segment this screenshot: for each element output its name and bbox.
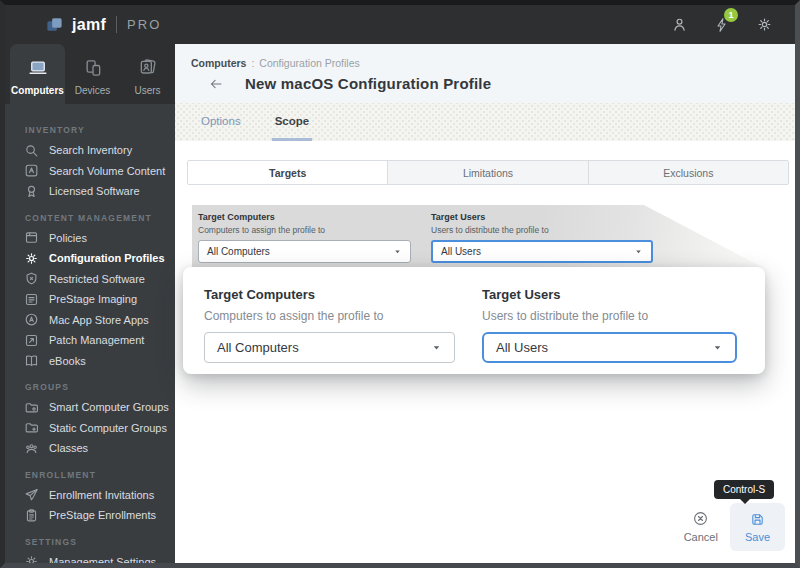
target-computers-field: Target Computers Computers to assign the… [204,287,455,363]
volume-content-icon [24,163,39,178]
item-label: Classes [49,442,88,454]
search-icon [24,143,39,158]
tab-users[interactable]: Users [120,44,175,104]
sidebar-item-management-settings[interactable]: Management Settings [5,552,175,568]
sidebar-item-enrollment-invitations[interactable]: Enrollment Invitations [5,485,175,506]
save-shortcut-tooltip: Control-S [714,480,774,499]
notifications-icon[interactable]: 1 [714,16,730,34]
patch-icon [24,333,39,348]
cancel-button[interactable]: Cancel [684,510,718,551]
gear-icon [24,251,39,266]
shield-x-icon [24,271,39,286]
account-icon[interactable] [671,16,688,33]
target-computers-field-small: Target Computers Computers to assign the… [198,212,411,263]
sidebar-item-prestage-enrollments[interactable]: PreStage Enrollments [5,505,175,526]
scope-subtabs: Targets Limitations Exclusions [187,160,789,185]
folder-plus-icon [24,420,39,435]
item-label: Enrollment Invitations [49,489,154,501]
target-computers-description: Computers to assign the profile to [204,309,455,323]
back-arrow-icon[interactable] [207,77,225,91]
section-title: SETTINGS [5,535,175,552]
sidebar-item-configuration-profiles[interactable]: Configuration Profiles [5,248,175,269]
chevron-down-icon [634,247,643,256]
target-users-field-small: Target Users Users to distribute the pro… [431,212,653,263]
clipboard-icon [24,508,39,523]
save-button-area: Control-S Save [730,503,785,551]
item-label: Configuration Profiles [49,252,165,264]
sidebar-item-static-computer-groups[interactable]: Static Computer Groups [5,418,175,439]
section-title: CONTENT MANAGEMENT [5,211,175,228]
section-title: INVENTORY [5,123,175,140]
target-users-description: Users to distribute the profile to [482,309,737,323]
item-label: Patch Management [49,334,144,346]
target-users-label: Target Users [431,212,653,222]
sidebar-context-tabs: Computers Devices [5,44,175,104]
policies-icon [24,230,39,245]
breadcrumb-separator: : [251,57,254,69]
tab-label: Computers [11,85,64,96]
breadcrumb-parent[interactable]: Computers [191,57,246,69]
user-cards-icon [137,57,159,79]
scope-form-callout: Target Computers Computers to assign the… [183,267,765,374]
sidebar-item-ebooks[interactable]: eBooks [5,351,175,372]
sidebar-item-smart-computer-groups[interactable]: Smart Computer Groups [5,397,175,418]
sidebar-item-licensed-software[interactable]: Licensed Software [5,181,175,202]
paper-plane-icon [24,487,39,502]
nav-section-inventory: INVENTORY Search Inventory Search Volume… [5,123,175,202]
jamf-logo-icon [45,15,64,34]
app-store-icon [24,312,39,327]
sidebar-item-restricted-software[interactable]: Restricted Software [5,269,175,290]
tab-scope[interactable]: Scope [272,103,313,141]
sidebar-item-patch-management[interactable]: Patch Management [5,330,175,351]
select-value: All Computers [217,340,299,355]
nav-section-enrollment: ENROLLMENT Enrollment Invitations PreSta… [5,468,175,526]
breadcrumb-current[interactable]: Configuration Profiles [259,57,359,69]
target-computers-select-small[interactable]: All Computers [198,240,411,263]
subtab-targets[interactable]: Targets [188,161,387,184]
select-value: All Computers [207,246,270,257]
topbar: jamf PRO 1 [5,5,795,44]
save-floppy-icon [750,512,765,527]
people-icon [24,441,39,456]
cancel-label: Cancel [684,531,718,543]
tab-devices[interactable]: Devices [65,44,120,104]
topbar-actions: 1 [671,16,773,34]
cancel-circle-x-icon [692,510,709,527]
award-icon [24,184,39,199]
page-header: Computers : Configuration Profiles New m… [175,44,795,103]
settings-gear-icon[interactable] [756,16,773,33]
section-title: GROUPS [5,380,175,397]
scope-panel: Targets Limitations Exclusions Target Co… [175,141,795,563]
notification-badge: 1 [724,8,738,22]
tab-label: Users [134,85,160,96]
tab-options[interactable]: Options [198,103,244,141]
subtab-limitations[interactable]: Limitations [387,161,587,184]
sidebar-item-policies[interactable]: Policies [5,228,175,249]
target-users-select-small[interactable]: All Users [431,240,653,263]
sidebar-item-search-volume-content[interactable]: Search Volume Content [5,161,175,182]
save-button[interactable]: Save [730,503,785,551]
sidebar-item-prestage-imaging[interactable]: PreStage Imaging [5,289,175,310]
save-label: Save [745,531,770,543]
item-label: Licensed Software [49,185,140,197]
page-title: New macOS Configuration Profile [245,75,491,92]
chevron-down-icon [431,342,442,353]
select-value: All Users [496,340,548,355]
item-label: Policies [49,232,87,244]
target-users-select[interactable]: All Users [482,332,737,363]
sidebar-item-mac-app-store-apps[interactable]: Mac App Store Apps [5,310,175,331]
select-value: All Users [441,246,481,257]
target-computers-select[interactable]: All Computers [204,332,455,363]
tab-computers[interactable]: Computers [10,44,65,104]
target-users-description: Users to distribute the profile to [431,225,653,235]
nav-section-settings: SETTINGS Management Settings [5,535,175,568]
sidebar-nav: INVENTORY Search Inventory Search Volume… [5,104,175,568]
sidebar-item-classes[interactable]: Classes [5,438,175,459]
sidebar-item-search-inventory[interactable]: Search Inventory [5,140,175,161]
chevron-down-icon [393,247,402,256]
laptop-icon [26,57,50,79]
book-icon [24,353,39,368]
title-row: New macOS Configuration Profile [207,75,795,92]
brand-name: jamf [72,16,106,34]
subtab-exclusions[interactable]: Exclusions [588,161,788,184]
